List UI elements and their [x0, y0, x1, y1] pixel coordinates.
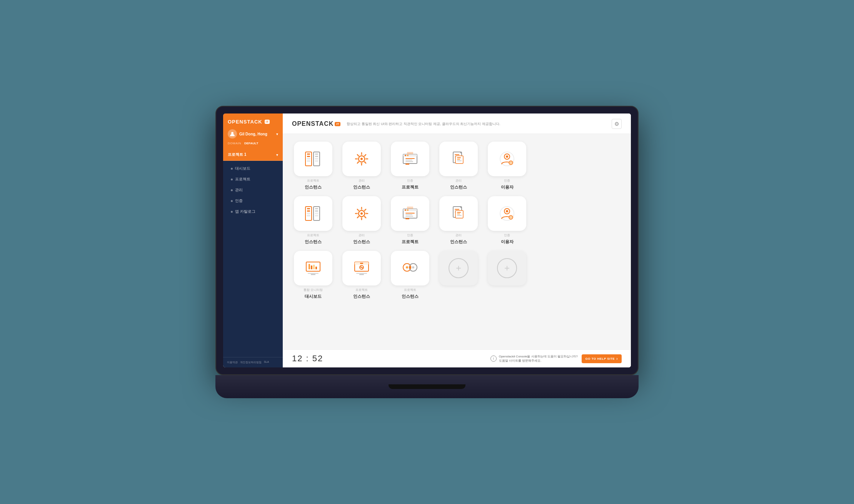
gear-button[interactable]: ⚙: [612, 119, 622, 129]
plus-icon: +: [449, 258, 469, 278]
header-description: 향상되고 통일된 최신 UI와 편리하고 직관적인 모니터링 제공, 클라우드의…: [347, 122, 605, 127]
icon-title: 인스턴스: [353, 184, 370, 190]
svg-rect-73: [311, 265, 312, 269]
nav-label: 대시보드: [235, 166, 250, 171]
list-item[interactable]: 관리 인스턴스: [437, 196, 480, 245]
project-chevron-icon: ▾: [276, 153, 278, 157]
icon-box: [342, 196, 381, 231]
icon-title: 인스턴스: [305, 184, 322, 190]
icons-grid: 프로젝트 인스턴스: [283, 134, 631, 349]
svg-point-34: [509, 161, 513, 165]
sla-link[interactable]: SLA: [264, 360, 269, 364]
sidebar-footer: 이용약관 개인정보처리방침 SLA: [223, 357, 283, 367]
svg-point-68: [509, 215, 513, 219]
svg-rect-42: [315, 210, 318, 212]
icon-box: [439, 196, 478, 231]
icon-title: 인스턴스: [402, 294, 419, 299]
svg-point-84: [409, 266, 411, 269]
icon-box: [342, 142, 381, 176]
sidebar-item-auth[interactable]: 인증: [223, 195, 283, 206]
svg-rect-62: [457, 212, 461, 213]
list-item[interactable]: 통합 모니터링 대시보드: [292, 251, 334, 299]
list-item[interactable]: 프로젝트 인스턴스: [389, 251, 431, 299]
icon-category: 프로젝트: [307, 179, 319, 183]
sidebar-item-dashboard[interactable]: 대시보드: [223, 163, 283, 174]
svg-rect-3: [307, 156, 310, 157]
svg-rect-52: [405, 213, 415, 214]
svg-rect-41: [315, 208, 318, 209]
svg-rect-22: [405, 164, 409, 165]
list-item[interactable]: 인증 프로젝트: [389, 196, 431, 245]
add-widget-button-1[interactable]: +: [437, 251, 480, 299]
svg-rect-20: [405, 161, 413, 162]
domain-label: DOMAIN: [228, 142, 241, 145]
list-item[interactable]: 관리 인스턴스: [340, 196, 383, 245]
svg-rect-79: [359, 274, 364, 275]
svg-point-12: [360, 158, 363, 160]
user-row[interactable]: Gil Dong, Hong ▾: [228, 129, 278, 139]
svg-rect-58: [455, 209, 459, 210]
icon-category: 프로젝트: [307, 233, 319, 237]
nav-dot: [231, 168, 233, 170]
sidebar-item-admin[interactable]: 관리: [223, 185, 283, 195]
svg-rect-44: [315, 215, 318, 216]
svg-rect-4: [307, 158, 310, 159]
gear-icon: ⚙: [614, 121, 619, 127]
list-item[interactable]: 관리 인스턴스: [340, 142, 383, 190]
nav-label: 앱 카탈로그: [235, 209, 255, 214]
svg-rect-43: [315, 213, 318, 214]
icon-box: [439, 142, 478, 176]
go-help-label: GO TO HELP SITE: [585, 357, 615, 360]
sidebar-logo-text: OPENSTACK: [228, 119, 262, 125]
icon-category: 관리: [359, 179, 365, 183]
help-text: Openstackit Console을 사용하는데 도움이 필요하십니까? 도…: [499, 354, 578, 363]
sidebar: OPENSTACK iT Gil Dong, Hong ▾: [223, 113, 283, 367]
domain-value: DEFAULT: [244, 142, 258, 145]
icon-title: 인스턴스: [353, 294, 370, 299]
list-item[interactable]: 프로젝트 인스턴스: [292, 196, 334, 245]
sidebar-item-project[interactable]: 프로젝트: [223, 174, 283, 185]
list-item[interactable]: 관리 인스턴스: [437, 142, 480, 190]
svg-rect-2: [307, 154, 310, 155]
domain-row: DOMAIN DEFAULT: [228, 142, 278, 145]
svg-rect-54: [405, 216, 413, 217]
list-item[interactable]: 인증 프로젝트: [389, 142, 431, 190]
list-item[interactable]: 프로젝트 인스턴스: [340, 251, 383, 299]
privacy-link[interactable]: 개인정보처리방침: [240, 360, 262, 364]
clock-display: 12 : 52: [292, 354, 323, 364]
main-content: OPENSTACK iT 향상되고 통일된 최신 UI와 편리하고 직관적인 모…: [283, 113, 631, 367]
svg-rect-29: [457, 159, 460, 160]
svg-rect-5: [307, 160, 310, 162]
info-icon: i: [490, 355, 497, 362]
nav-dot: [231, 211, 233, 213]
go-to-help-site-button[interactable]: GO TO HELP SITE ›: [582, 354, 622, 363]
arrow-icon: ›: [616, 357, 618, 361]
icon-title: 이용자: [501, 184, 514, 190]
help-text-line1: Openstackit Console을 사용하는데 도움이 필요하십니까?: [499, 354, 578, 359]
help-section: i Openstackit Console을 사용하는데 도움이 필요하십니까?…: [490, 354, 622, 363]
svg-rect-19: [405, 160, 412, 160]
help-text-line2: 도움말 사이트를 방문해주세요.: [499, 359, 578, 363]
list-item[interactable]: 인증 이용자: [486, 142, 528, 190]
sidebar-logo-badge: iT: [265, 120, 270, 124]
svg-rect-71: [311, 274, 315, 275]
icon-box: [488, 196, 526, 231]
project-name: 프로젝트 1: [228, 152, 246, 157]
project-selector[interactable]: 프로젝트 1 ▾: [223, 149, 283, 161]
svg-rect-10: [315, 160, 318, 162]
sidebar-item-catalog[interactable]: 앱 카탈로그: [223, 206, 283, 217]
terms-link[interactable]: 이용약관: [227, 360, 238, 364]
list-item[interactable]: 프로젝트 인스턴스: [292, 142, 334, 190]
header-logo: OPENSTACK iT: [292, 120, 340, 127]
add-widget-button-2[interactable]: +: [486, 251, 528, 299]
list-item[interactable]: 인증 이용자: [486, 196, 528, 245]
svg-rect-64: [457, 215, 462, 216]
grid-row-2: 프로젝트 인스턴스: [292, 196, 622, 245]
svg-rect-70: [308, 273, 319, 274]
icon-box: [391, 196, 429, 231]
icon-box: [342, 251, 381, 285]
svg-rect-30: [457, 160, 462, 161]
main-header: OPENSTACK iT 향상되고 통일된 최신 UI와 편리하고 직관적인 모…: [283, 113, 631, 134]
nav-label: 프로젝트: [235, 177, 250, 182]
svg-point-33: [506, 155, 508, 158]
